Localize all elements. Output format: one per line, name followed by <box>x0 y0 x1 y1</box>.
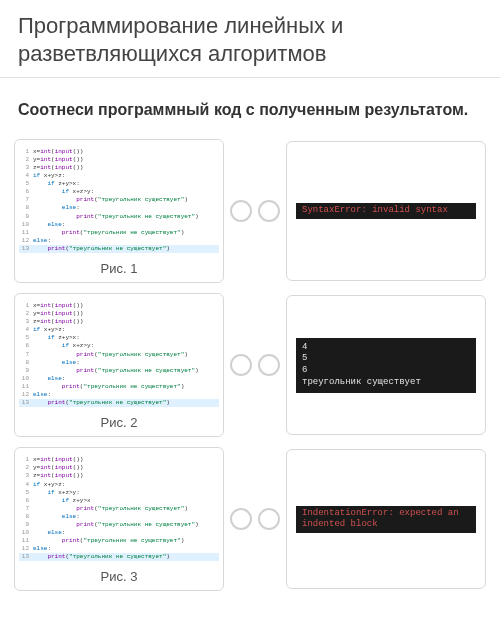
match-row-2: 1x=int(input())2y=int(input())3z=int(inp… <box>0 289 500 443</box>
output-2: 456треугольник существует <box>296 338 476 393</box>
page-title: Программирование линейных и разветвляющи… <box>0 0 500 78</box>
code-card-2[interactable]: 1x=int(input())2y=int(input())3z=int(inp… <box>14 293 224 437</box>
caption-2: Рис. 2 <box>101 409 138 432</box>
connector-right-1[interactable] <box>258 200 280 222</box>
code-card-1[interactable]: 1x=int(input())2y=int(input())3z=int(inp… <box>14 139 224 283</box>
code-block-2: 1x=int(input())2y=int(input())3z=int(inp… <box>15 300 223 409</box>
code-block-1: 1x=int(input())2y=int(input())3z=int(inp… <box>15 146 223 255</box>
code-block-3: 1x=int(input())2y=int(input())3z=int(inp… <box>15 454 223 563</box>
connector-right-2[interactable] <box>258 354 280 376</box>
connector-right-3[interactable] <box>258 508 280 530</box>
code-card-3[interactable]: 1x=int(input())2y=int(input())3z=int(inp… <box>14 447 224 591</box>
match-row-1: 1x=int(input())2y=int(input())3z=int(inp… <box>0 135 500 289</box>
connector-left-3[interactable] <box>230 508 252 530</box>
caption-3: Рис. 3 <box>101 563 138 586</box>
caption-1: Рис. 1 <box>101 255 138 278</box>
connector-left-1[interactable] <box>230 200 252 222</box>
output-card-3[interactable]: IndentationError: expected an indented b… <box>286 449 486 589</box>
output-card-1[interactable]: SyntaxError: invalid syntax <box>286 141 486 281</box>
connector-left-2[interactable] <box>230 354 252 376</box>
output-card-2[interactable]: 456треугольник существует <box>286 295 486 435</box>
instruction-text: Соотнеси программный код с полученным ре… <box>0 78 500 135</box>
output-3: IndentationError: expected an indented b… <box>296 506 476 533</box>
output-1: SyntaxError: invalid syntax <box>296 203 476 219</box>
match-row-3: 1x=int(input())2y=int(input())3z=int(inp… <box>0 443 500 597</box>
